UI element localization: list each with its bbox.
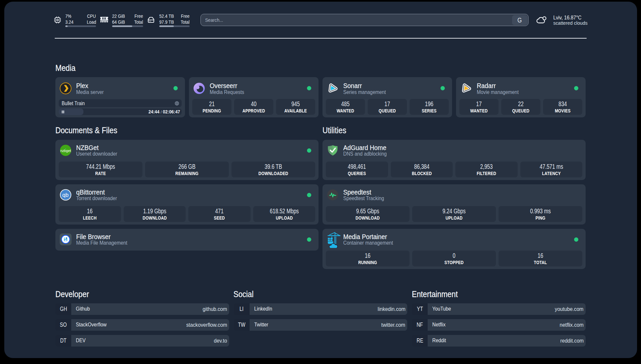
svg-text:qb: qb bbox=[62, 192, 69, 198]
svg-text:nzbget: nzbget bbox=[60, 149, 71, 153]
